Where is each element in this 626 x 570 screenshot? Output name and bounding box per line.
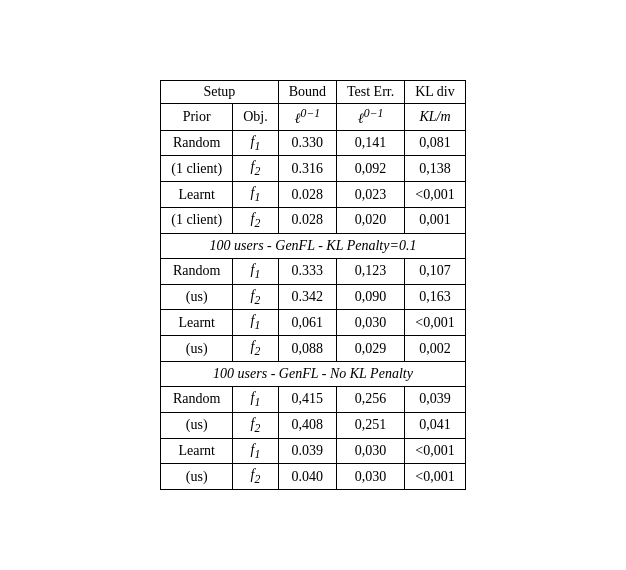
bound-cell: 0.040: [278, 464, 336, 490]
test-cell: 0,030: [336, 464, 404, 490]
kl-cell: 0,041: [405, 412, 466, 438]
obj-cell: f2: [233, 156, 279, 182]
bound-cell: 0,408: [278, 412, 336, 438]
kl-cell: 0,081: [405, 130, 466, 156]
prior-cell: Random: [161, 130, 233, 156]
kl-cell: 0,002: [405, 336, 466, 362]
table-row: Random f1 0.330 0,141 0,081: [161, 130, 466, 156]
prior-cell: Random: [161, 258, 233, 284]
obj-cell: f1: [233, 130, 279, 156]
section-header-3: 100 users - GenFL - No KL Penalty: [161, 361, 466, 386]
test-cell: 0,090: [336, 284, 404, 310]
table-row: (us) f2 0,088 0,029 0,002: [161, 336, 466, 362]
test-cell: 0,030: [336, 310, 404, 336]
table-row: Random f1 0,415 0,256 0,039: [161, 386, 466, 412]
prior-cell: (us): [161, 336, 233, 362]
obj-cell: f1: [233, 258, 279, 284]
obj-cell: f2: [233, 412, 279, 438]
bound-subheader: ℓ0−1: [278, 103, 336, 130]
obj-cell: f2: [233, 207, 279, 233]
prior-cell: (1 client): [161, 207, 233, 233]
test-subheader: ℓ0−1: [336, 103, 404, 130]
table-wrapper: Setup Bound Test Err. KL div Prior Obj. …: [160, 80, 466, 490]
table-row: (us) f2 0.040 0,030 <0,001: [161, 464, 466, 490]
table-row: Learnt f1 0.028 0,023 <0,001: [161, 182, 466, 208]
bound-cell: 0.342: [278, 284, 336, 310]
header-row-1: Setup Bound Test Err. KL div: [161, 80, 466, 103]
kl-cell: <0,001: [405, 310, 466, 336]
test-cell: 0,256: [336, 386, 404, 412]
data-table: Setup Bound Test Err. KL div Prior Obj. …: [160, 80, 466, 490]
kl-cell: <0,001: [405, 438, 466, 464]
kl-cell: 0,107: [405, 258, 466, 284]
prior-subheader: Prior: [161, 103, 233, 130]
obj-cell: f1: [233, 438, 279, 464]
table-row: Random f1 0.333 0,123 0,107: [161, 258, 466, 284]
test-cell: 0,123: [336, 258, 404, 284]
bound-header: Bound: [278, 80, 336, 103]
prior-cell: Learnt: [161, 310, 233, 336]
bound-cell: 0.330: [278, 130, 336, 156]
test-cell: 0,141: [336, 130, 404, 156]
prior-cell: Random: [161, 386, 233, 412]
section-header-2: 100 users - GenFL - KL Penalty=0.1: [161, 233, 466, 258]
bound-cell: 0,061: [278, 310, 336, 336]
test-err-header: Test Err.: [336, 80, 404, 103]
kl-cell: 0,001: [405, 207, 466, 233]
kl-cell: 0,163: [405, 284, 466, 310]
test-cell: 0,092: [336, 156, 404, 182]
bound-cell: 0.028: [278, 207, 336, 233]
table-row: (us) f2 0.342 0,090 0,163: [161, 284, 466, 310]
test-cell: 0,029: [336, 336, 404, 362]
test-cell: 0,020: [336, 207, 404, 233]
table-row: (1 client) f2 0.028 0,020 0,001: [161, 207, 466, 233]
obj-cell: f2: [233, 336, 279, 362]
table-row: (us) f2 0,408 0,251 0,041: [161, 412, 466, 438]
obj-cell: f1: [233, 386, 279, 412]
prior-cell: (1 client): [161, 156, 233, 182]
kl-cell: <0,001: [405, 182, 466, 208]
prior-cell: Learnt: [161, 438, 233, 464]
bound-cell: 0.039: [278, 438, 336, 464]
prior-cell: Learnt: [161, 182, 233, 208]
kl-subheader: KL/m: [405, 103, 466, 130]
obj-cell: f1: [233, 182, 279, 208]
section-header-label: 100 users - GenFL - KL Penalty=0.1: [161, 233, 466, 258]
kl-cell: 0,138: [405, 156, 466, 182]
test-cell: 0,023: [336, 182, 404, 208]
kl-cell: <0,001: [405, 464, 466, 490]
table-row: (1 client) f2 0.316 0,092 0,138: [161, 156, 466, 182]
obj-subheader: Obj.: [233, 103, 279, 130]
test-cell: 0,251: [336, 412, 404, 438]
prior-cell: (us): [161, 412, 233, 438]
obj-cell: f2: [233, 284, 279, 310]
prior-cell: (us): [161, 284, 233, 310]
test-cell: 0,030: [336, 438, 404, 464]
kl-div-header: KL div: [405, 80, 466, 103]
bound-cell: 0,088: [278, 336, 336, 362]
prior-cell: (us): [161, 464, 233, 490]
obj-cell: f1: [233, 310, 279, 336]
section-header-label: 100 users - GenFL - No KL Penalty: [161, 361, 466, 386]
kl-cell: 0,039: [405, 386, 466, 412]
setup-header: Setup: [161, 80, 278, 103]
bound-cell: 0.316: [278, 156, 336, 182]
obj-cell: f2: [233, 464, 279, 490]
bound-cell: 0.028: [278, 182, 336, 208]
bound-cell: 0,415: [278, 386, 336, 412]
header-row-2: Prior Obj. ℓ0−1 ℓ0−1 KL/m: [161, 103, 466, 130]
bound-cell: 0.333: [278, 258, 336, 284]
table-row: Learnt f1 0,061 0,030 <0,001: [161, 310, 466, 336]
table-row: Learnt f1 0.039 0,030 <0,001: [161, 438, 466, 464]
